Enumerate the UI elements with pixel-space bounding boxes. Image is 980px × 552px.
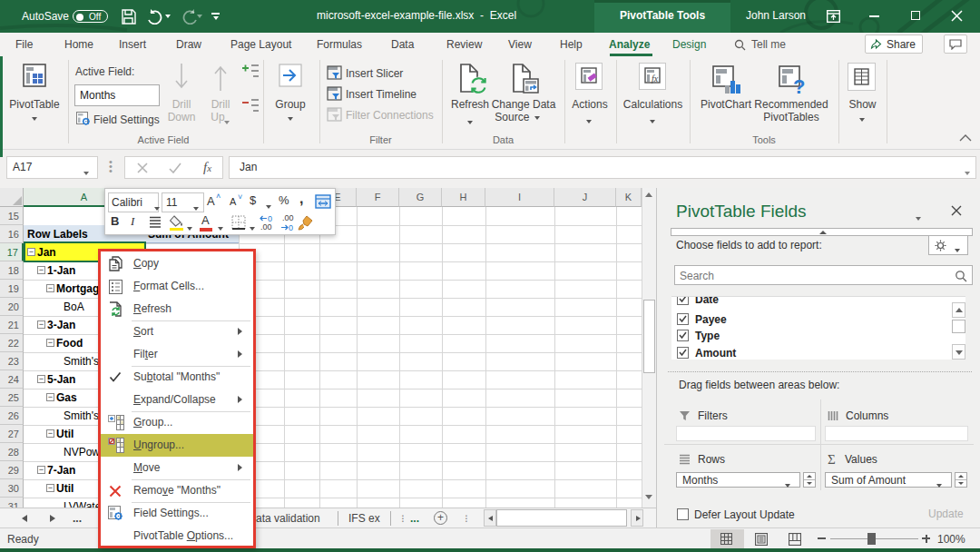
svg-text:?: ? (793, 75, 805, 94)
svg-text:0: 0 (268, 214, 272, 222)
svg-text:fx: fx (652, 74, 659, 84)
svg-text:0: 0 (289, 223, 293, 232)
